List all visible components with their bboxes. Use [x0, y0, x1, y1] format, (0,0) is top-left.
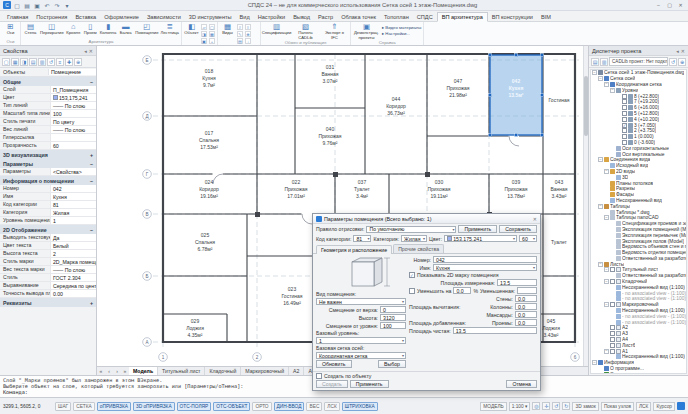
- layers-icon[interactable]: ▤: [29, 58, 37, 66]
- property-value[interactable]: 2: [50, 250, 96, 257]
- ribbon-button[interactable]: ◰Помещение: [135, 23, 158, 36]
- property-value[interactable]: Середина по центру: [50, 282, 96, 289]
- grip[interactable]: [514, 133, 517, 136]
- section-toggle-icon[interactable]: –: [90, 79, 93, 85]
- ribbon-button[interactable]: ▯Проем: [83, 23, 98, 36]
- gear-icon[interactable]: ⊕: [678, 58, 686, 66]
- maximize-icon[interactable]: ▢: [665, 1, 674, 9]
- small-tool-icon[interactable]: ✎: [237, 31, 243, 37]
- select-tool-icon[interactable]: ▢: [2, 58, 10, 66]
- create-by-object-checkbox[interactable]: [316, 373, 322, 379]
- ribbon-button[interactable]: ▬Балка: [118, 23, 133, 36]
- checkbox[interactable]: [622, 99, 627, 104]
- ribbon-button[interactable]: ▦Виды: [220, 23, 235, 36]
- room-label[interactable]: 040Прихожая9.76м²: [318, 126, 341, 146]
- expander-icon[interactable]: −: [604, 169, 609, 174]
- expander-icon[interactable]: −: [604, 82, 609, 87]
- checkbox[interactable]: [610, 279, 615, 284]
- property-value[interactable]: 0.00: [50, 290, 96, 297]
- expander-icon[interactable]: −: [610, 88, 615, 93]
- checkbox[interactable]: ✓: [622, 123, 627, 128]
- status-toggle[interactable]: 3D оПРИВЯЗКА: [133, 402, 175, 411]
- ribbon-button[interactable]: ▧Панель CADLib: [292, 23, 319, 40]
- property-value[interactable]: —— По слою: [50, 266, 96, 273]
- property-section-header[interactable]: Общие–: [0, 77, 96, 86]
- color-select[interactable]: 153,175,241▾: [444, 235, 517, 242]
- ribbon-button[interactable]: ▤Стена: [23, 23, 38, 36]
- object-selector[interactable]: Объекты Помещение: [0, 68, 96, 77]
- list-view-icon[interactable]: ▥: [600, 58, 608, 66]
- save-file-icon[interactable]: ▣: [33, 1, 41, 9]
- property-value[interactable]: 042: [50, 185, 96, 192]
- dialog-titlebar[interactable]: Параметры помещения (Всего выбрано: 1) ✕: [313, 214, 540, 224]
- property-value[interactable]: 153,175,241: [50, 94, 96, 101]
- ribbon-button[interactable]: ⌂Кровля: [66, 23, 81, 36]
- room-label[interactable]: Туалет: [551, 239, 568, 245]
- walls-input[interactable]: 0.0: [515, 295, 537, 302]
- tabs-next-icon[interactable]: ›: [113, 368, 121, 374]
- small-tool-icon[interactable]: ≡: [245, 24, 251, 30]
- columns-input[interactable]: 0.0: [515, 303, 537, 310]
- tree-item[interactable]: Справка: [591, 371, 686, 374]
- room-label[interactable]: 039Прихожая13.78м²: [504, 179, 527, 199]
- ribbon-link[interactable]: ▸ Настройки...: [382, 31, 421, 36]
- property-value[interactable]: <Свойства>: [50, 168, 96, 175]
- pin-props-icon[interactable]: ✚: [65, 58, 73, 66]
- name-select[interactable]: Кухня▾: [433, 264, 537, 271]
- ribbon-tab[interactable]: 3D инструменты: [185, 13, 236, 21]
- property-value[interactable]: П_Помещения: [50, 86, 96, 93]
- ribbon-button[interactable]: ▣Демонстрац. проекты: [353, 23, 380, 40]
- zoom-in-icon[interactable]: ◎: [532, 402, 540, 410]
- status-toggle[interactable]: ОТС-ОБЪЕКТ: [213, 402, 250, 411]
- redo-view-icon[interactable]: ↻: [562, 402, 570, 410]
- copy-props-icon[interactable]: ◨: [20, 58, 28, 66]
- scrollbar-thumb[interactable]: [584, 76, 588, 136]
- small-tool-icon[interactable]: ▢: [209, 24, 215, 30]
- minimize-icon[interactable]: –: [654, 1, 663, 9]
- room-label[interactable]: 031Ванная3.07м²: [321, 64, 338, 84]
- new-file-icon[interactable]: ▢: [13, 1, 21, 9]
- room-label[interactable]: 044Коридор36.73м²: [386, 96, 406, 116]
- ribbon-tab[interactable]: ВП архитектура: [437, 12, 488, 22]
- property-section-header[interactable]: Реквизиты+: [0, 298, 96, 307]
- quick-select-icon[interactable]: ▦: [11, 58, 19, 66]
- room-label[interactable]: 025Спальня6.78м²: [195, 232, 215, 252]
- grip[interactable]: [488, 133, 491, 136]
- net-area-input[interactable]: 13.5: [453, 327, 537, 334]
- settings-icon[interactable]: ⊕: [74, 58, 82, 66]
- reduce-checkbox[interactable]: [409, 288, 415, 294]
- expander-icon[interactable]: −: [604, 267, 609, 272]
- ribbon-tab[interactable]: Оформление: [100, 13, 143, 21]
- property-value[interactable]: Белый: [50, 242, 96, 249]
- room-view-select[interactable]: Не важен▾: [316, 298, 406, 305]
- property-value[interactable]: Жилая: [50, 209, 96, 216]
- property-value[interactable]: 60: [50, 142, 96, 149]
- vertical-scrollbar[interactable]: [583, 46, 588, 366]
- ribbon-link[interactable]: ▸ Видео материалы: [382, 25, 421, 30]
- ribbon-tab[interactable]: Растр: [314, 13, 337, 21]
- panel-pin-icon[interactable]: ◂: [84, 48, 87, 54]
- undo-view-icon[interactable]: ↺: [552, 402, 560, 410]
- base-level-select[interactable]: 1▾: [316, 337, 406, 344]
- qat-dropdown-icon[interactable]: ▾: [63, 1, 71, 9]
- room-label[interactable]: Гостиная: [549, 97, 570, 103]
- status-toggle[interactable]: ОРТО: [252, 402, 271, 411]
- room-label[interactable]: 045Лоджия3.43м²: [542, 318, 560, 338]
- room-label[interactable]: 017Спальня17.53м²: [199, 130, 219, 150]
- ribbon-button[interactable]: ▮Колонна: [100, 23, 116, 36]
- create-button[interactable]: Создать: [316, 380, 348, 388]
- status-button[interactable]: ЛСК: [636, 402, 651, 411]
- expander-icon[interactable]: −: [592, 70, 597, 75]
- tree-view-icon[interactable]: ▤: [591, 58, 599, 66]
- scale-select[interactable]: 1:100 ▾: [509, 402, 531, 411]
- room-label[interactable]: 023Гостиная16.49м²: [282, 286, 303, 306]
- ribbon-button[interactable]: ▥Спецификации: [263, 23, 290, 36]
- sheet-tab[interactable]: Кладочный: [205, 367, 241, 375]
- height-input[interactable]: 3120: [380, 314, 406, 321]
- ribbon-button[interactable]: ◧Объект: [184, 23, 199, 36]
- grip[interactable]: [540, 133, 543, 136]
- update-button[interactable]: Обновить: [316, 360, 352, 368]
- checkbox[interactable]: [622, 105, 627, 110]
- expander-icon[interactable]: −: [604, 302, 609, 307]
- room-label[interactable]: 037Туалет3.4м²: [354, 179, 371, 199]
